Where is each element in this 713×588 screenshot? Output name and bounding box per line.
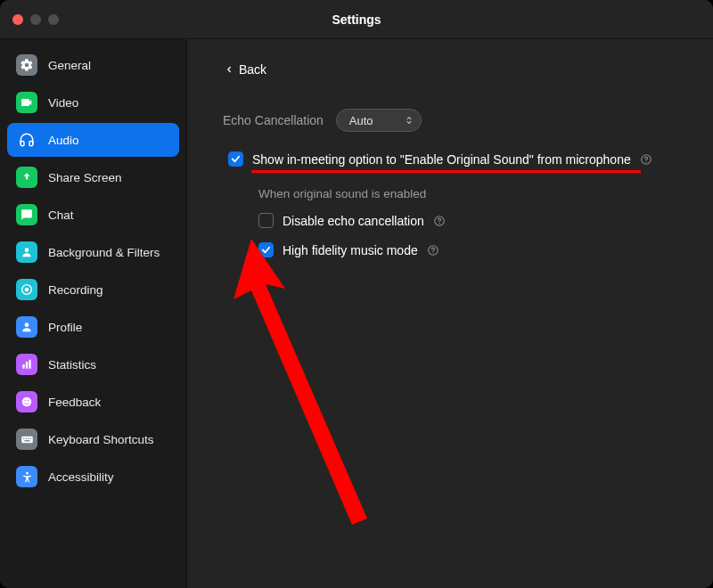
sidebar-item-chat[interactable]: Chat (7, 198, 179, 232)
svg-point-3 (25, 323, 29, 327)
accessibility-icon (16, 466, 37, 487)
high-fidelity-checkbox[interactable] (258, 242, 274, 257)
sidebar-item-label: Share Screen (48, 171, 122, 184)
chevron-updown-icon (405, 114, 414, 127)
disable-echo-row: Disable echo cancellation (258, 213, 713, 228)
share-screen-icon (16, 167, 37, 188)
echo-cancellation-value: Auto (349, 114, 373, 127)
keyboard-icon (16, 429, 37, 450)
content-pane: Back Echo Cancellation Auto Show in-meet… (187, 39, 713, 588)
svg-point-20 (439, 223, 440, 224)
video-icon (16, 92, 37, 113)
svg-point-16 (26, 471, 29, 474)
sidebar-item-label: Chat (48, 208, 74, 222)
svg-marker-23 (234, 239, 367, 525)
svg-rect-4 (22, 364, 24, 369)
svg-point-18 (646, 161, 647, 162)
svg-point-7 (22, 397, 32, 407)
titlebar: Settings (0, 0, 713, 39)
original-sound-block: Show in-meeting option to "Enable Origin… (223, 151, 713, 257)
annotation-underline (251, 170, 641, 173)
show-original-sound-checkbox[interactable] (228, 151, 243, 167)
sidebar-item-video[interactable]: Video (7, 86, 179, 119)
window-title: Settings (0, 12, 713, 27)
sidebar-item-label: Recording (48, 283, 103, 297)
svg-rect-5 (26, 362, 28, 369)
sidebar-item-label: General (48, 59, 91, 72)
high-fidelity-label: High fidelity music mode (283, 243, 418, 257)
info-icon[interactable] (427, 243, 440, 257)
sidebar-item-profile[interactable]: Profile (7, 310, 179, 344)
settings-window: Settings General Video Audio (0, 0, 713, 588)
original-sound-subheading: When original sound is enabled (258, 187, 713, 200)
svg-rect-6 (29, 360, 30, 369)
minimize-window-button[interactable] (30, 14, 41, 25)
back-button[interactable]: Back (223, 59, 268, 80)
sidebar-item-label: Video (48, 96, 78, 110)
svg-point-2 (25, 288, 29, 292)
chevron-left-icon (225, 64, 234, 75)
recording-icon (16, 279, 37, 300)
info-icon[interactable] (640, 152, 653, 166)
svg-rect-15 (24, 440, 29, 441)
echo-cancellation-label: Echo Cancellation (223, 113, 324, 127)
svg-point-9 (28, 400, 29, 402)
svg-point-0 (25, 248, 29, 252)
statistics-icon (16, 354, 37, 375)
sidebar-item-label: Statistics (48, 358, 96, 372)
high-fidelity-row: High fidelity music mode (258, 242, 713, 257)
sidebar-item-label: Feedback (48, 396, 101, 409)
disable-echo-label: Disable echo cancellation (283, 214, 424, 228)
maximize-window-button[interactable] (48, 14, 59, 25)
sidebar-item-accessibility[interactable]: Accessibility (7, 460, 179, 494)
background-filters-icon (16, 241, 37, 263)
svg-point-22 (433, 252, 434, 253)
svg-rect-13 (28, 437, 29, 438)
echo-cancellation-select[interactable]: Auto (336, 109, 422, 132)
window-controls (12, 14, 59, 25)
svg-rect-11 (23, 437, 24, 438)
back-label: Back (239, 62, 266, 77)
echo-cancellation-row: Echo Cancellation Auto (223, 109, 713, 132)
sidebar-item-share-screen[interactable]: Share Screen (7, 160, 179, 194)
sidebar-item-label: Audio (48, 134, 79, 147)
window-body: General Video Audio Share Screen (0, 39, 713, 588)
sidebar-item-label: Background & Filters (48, 246, 160, 259)
close-window-button[interactable] (12, 14, 23, 25)
sidebar: General Video Audio Share Screen (0, 39, 187, 588)
sidebar-item-label: Keyboard Shortcuts (48, 433, 154, 446)
sidebar-item-statistics[interactable]: Statistics (7, 347, 179, 381)
svg-rect-10 (21, 436, 33, 443)
svg-rect-14 (29, 437, 30, 438)
sidebar-item-feedback[interactable]: Feedback (7, 385, 179, 419)
sidebar-item-audio[interactable]: Audio (7, 123, 179, 157)
sidebar-item-label: Accessibility (48, 470, 114, 484)
gear-icon (16, 54, 37, 76)
svg-point-8 (24, 400, 26, 402)
disable-echo-checkbox[interactable] (258, 213, 274, 228)
headphones-icon (16, 129, 37, 151)
show-original-sound-row: Show in-meeting option to "Enable Origin… (228, 151, 713, 167)
sidebar-item-recording[interactable]: Recording (7, 273, 179, 306)
annotation-arrow (226, 237, 396, 535)
sidebar-item-label: Profile (48, 321, 82, 334)
svg-rect-12 (25, 437, 26, 438)
sidebar-item-keyboard-shortcuts[interactable]: Keyboard Shortcuts (7, 422, 179, 456)
chat-icon (16, 204, 37, 225)
feedback-icon (16, 391, 37, 412)
sidebar-item-general[interactable]: General (7, 48, 179, 82)
profile-icon (16, 316, 37, 338)
info-icon[interactable] (433, 214, 447, 227)
sidebar-item-background-filters[interactable]: Background & Filters (7, 235, 179, 269)
show-original-sound-label: Show in-meeting option to "Enable Origin… (252, 152, 631, 167)
